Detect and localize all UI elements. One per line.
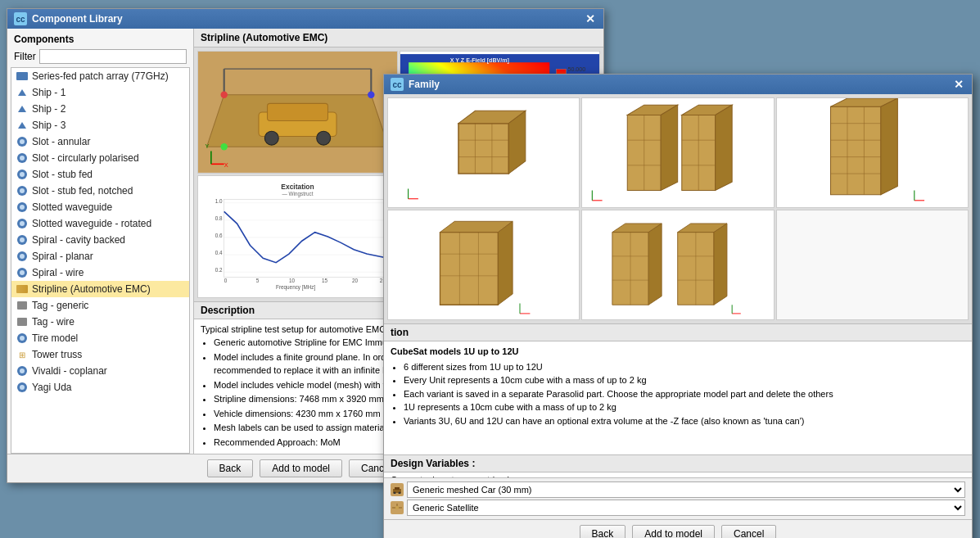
list-item[interactable]: Spiral - planar bbox=[11, 248, 189, 264]
back-button[interactable]: Back bbox=[207, 459, 254, 477]
item-label: Spiral - cavity backed bbox=[32, 234, 125, 246]
slot-icon bbox=[16, 136, 28, 147]
add-to-model-button[interactable]: Add to model bbox=[260, 459, 342, 477]
cubesat-cell-placeholder bbox=[776, 210, 969, 320]
list-item[interactable]: Slotted waveguide - rotated bbox=[11, 215, 189, 232]
list-item[interactable]: Yagi Uda bbox=[11, 379, 189, 396]
secondary-dialog-close-button[interactable]: ✕ bbox=[952, 78, 965, 91]
main-dialog-title-left: cc Component Library bbox=[14, 12, 123, 25]
slot-icon bbox=[16, 169, 28, 180]
list-item[interactable]: Slot - annular bbox=[11, 133, 189, 150]
dropdown-row-1: Generic meshed Car (30 mm) bbox=[391, 481, 965, 498]
svg-rect-147 bbox=[395, 506, 399, 509]
item-label: Slot - stub fed, notched bbox=[32, 185, 133, 197]
dropdown-row-2: Generic Satellite bbox=[391, 500, 965, 516]
item-label: Spiral - wire bbox=[32, 267, 84, 278]
design-vars-header: Design Variables : bbox=[384, 455, 972, 472]
item-label: Yagi Uda bbox=[32, 382, 71, 393]
list-item-stripline[interactable]: Stripline (Automotive EMC) bbox=[11, 281, 189, 297]
slot-icon bbox=[16, 152, 28, 164]
item-label: Tag - generic bbox=[32, 300, 88, 311]
svg-text:0.2: 0.2 bbox=[215, 267, 223, 273]
svg-text:0: 0 bbox=[224, 278, 228, 283]
tire-icon bbox=[16, 332, 28, 344]
svg-text:0.6: 0.6 bbox=[215, 233, 223, 238]
svg-point-11 bbox=[220, 143, 227, 150]
cubesat-6u-svg bbox=[777, 98, 968, 207]
filter-label: Filter bbox=[14, 51, 36, 62]
list-item[interactable]: Tag - wire bbox=[11, 314, 189, 330]
list-item[interactable]: Slot - stub fed, notched bbox=[11, 183, 189, 199]
item-label: Ship - 1 bbox=[32, 87, 65, 98]
cubesat-3u-svg bbox=[582, 98, 773, 207]
item-label: Spiral - planar bbox=[32, 251, 93, 262]
ship-icon bbox=[16, 120, 28, 131]
list-item[interactable]: Tag - generic bbox=[11, 297, 189, 314]
secondary-dialog-footer: Back Add to model Cancel bbox=[384, 519, 972, 538]
sec-desc-item: Each variant is saved in a separate Para… bbox=[404, 387, 965, 401]
svg-point-10 bbox=[368, 92, 374, 98]
app-icon: cc bbox=[14, 12, 27, 25]
cubesat-cell-single bbox=[387, 210, 580, 320]
secondary-dialog-titlebar: cc Family ✕ bbox=[384, 75, 972, 94]
secondary-bottom-area: Generic meshed Car (30 mm) Generic Satel… bbox=[384, 477, 972, 519]
list-item[interactable]: Spiral - cavity backed bbox=[11, 232, 189, 248]
list-item[interactable]: ⊞ Tower truss bbox=[11, 346, 189, 363]
svg-marker-131 bbox=[649, 224, 662, 305]
list-item[interactable]: Vivaldi - coplanar bbox=[11, 363, 189, 379]
list-item[interactable]: Series-fed patch array (77GHz) bbox=[11, 68, 189, 84]
component-list: Series-fed patch array (77GHz) Ship - 1 … bbox=[11, 67, 190, 454]
list-item[interactable]: Tire model bbox=[11, 330, 189, 346]
satellite-dropdown[interactable]: Generic Satellite bbox=[407, 500, 965, 516]
filter-input[interactable] bbox=[39, 49, 187, 64]
svg-text:X: X bbox=[224, 161, 228, 169]
svg-marker-119 bbox=[440, 233, 498, 305]
list-item[interactable]: Slot - stub fed bbox=[11, 166, 189, 183]
svg-rect-144 bbox=[395, 487, 400, 490]
stripline-icon bbox=[16, 283, 28, 295]
list-item[interactable]: Slot - circularly polarised bbox=[11, 150, 189, 166]
list-item[interactable]: Ship - 1 bbox=[11, 84, 189, 101]
main-dialog-titlebar: cc Component Library ✕ bbox=[7, 9, 603, 29]
list-item[interactable]: Ship - 3 bbox=[11, 117, 189, 133]
svg-text:Frequency [MHz]: Frequency [MHz] bbox=[276, 284, 315, 291]
secondary-description-section: tion CubeSat models 1U up to 12U 6 diffe… bbox=[384, 323, 972, 454]
satellite-icon bbox=[392, 504, 402, 512]
car-icon bbox=[392, 486, 402, 494]
sec-desc-item: Variants 3U, 6U and 12U can have an opti… bbox=[404, 414, 965, 428]
svg-rect-3 bbox=[268, 103, 328, 120]
cubesat-grid bbox=[384, 94, 972, 323]
components-header: Components bbox=[7, 29, 193, 47]
svg-text:0.8: 0.8 bbox=[215, 215, 223, 221]
svg-text:15: 15 bbox=[322, 278, 328, 283]
spiral-icon bbox=[16, 234, 28, 246]
secondary-add-to-model-button[interactable]: Add to model bbox=[632, 525, 715, 538]
ship-icon bbox=[16, 87, 28, 98]
secondary-description-header: tion bbox=[384, 324, 972, 341]
slot-icon bbox=[16, 201, 28, 213]
car-dropdown[interactable]: Generic meshed Car (30 mm) bbox=[407, 481, 965, 498]
item-label: Series-fed patch array (77GHz) bbox=[32, 70, 169, 82]
secondary-dialog-body: tion CubeSat models 1U up to 12U 6 diffe… bbox=[384, 94, 972, 477]
svg-text:Y: Y bbox=[205, 142, 209, 150]
list-item[interactable]: Spiral - wire bbox=[11, 264, 189, 281]
secondary-cancel-button[interactable]: Cancel bbox=[721, 525, 776, 538]
car-dropdown-icon bbox=[391, 483, 404, 496]
sec-desc-item: Every Unit represents a 10cm cube with a… bbox=[404, 373, 965, 387]
tag-icon bbox=[16, 300, 28, 311]
filter-row: Filter bbox=[7, 47, 193, 67]
left-panel: Components Filter Series-fed patch array… bbox=[7, 29, 194, 454]
svg-text:50.000: 50.000 bbox=[568, 66, 586, 73]
list-item[interactable]: Slotted waveguide bbox=[11, 199, 189, 215]
yagi-icon bbox=[16, 382, 28, 393]
svg-marker-121 bbox=[498, 221, 513, 305]
svg-text:X Y Z  E-Field [dBV/m]: X Y Z E-Field [dBV/m] bbox=[450, 57, 509, 64]
item-label: Slot - circularly polarised bbox=[32, 152, 139, 164]
list-item[interactable]: Ship - 2 bbox=[11, 101, 189, 117]
cubesat-cell-6u bbox=[776, 97, 969, 208]
secondary-back-button[interactable]: Back bbox=[580, 525, 626, 538]
main-dialog-close-button[interactable]: ✕ bbox=[584, 12, 597, 25]
item-label: Tag - wire bbox=[32, 316, 75, 328]
patch-icon bbox=[16, 70, 28, 82]
secondary-app-icon: cc bbox=[391, 78, 404, 91]
